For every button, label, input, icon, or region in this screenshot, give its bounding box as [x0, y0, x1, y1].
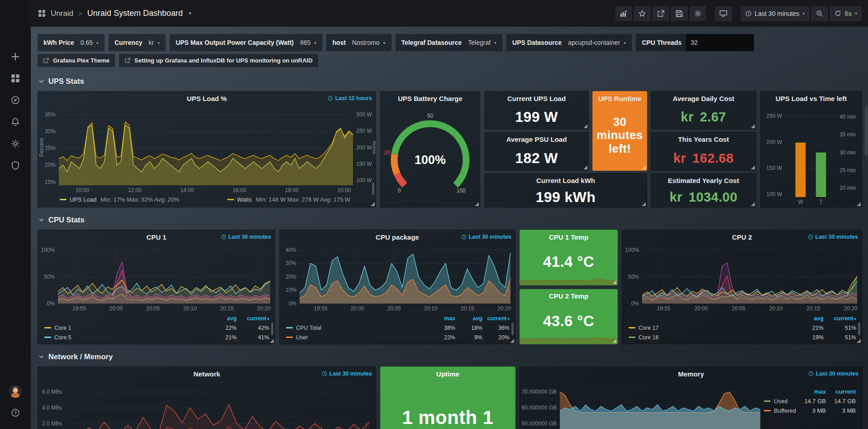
explore-compass-icon[interactable] [11, 96, 20, 105]
variable-ups-datasource[interactable]: UPS Datasource apcupsd-container▾ [506, 34, 632, 51]
panel-title[interactable]: Current Load kWh [536, 177, 595, 184]
legend-header-current[interactable]: current▾ [824, 315, 856, 322]
save-button[interactable] [671, 6, 687, 21]
panel-resize-handle[interactable] [270, 339, 274, 343]
legend-scrollbar[interactable] [271, 323, 273, 335]
link-ups-monitoring-guide[interactable]: Setting up Grafana and InfluxDB for UPS … [119, 54, 318, 67]
section-ups-stats[interactable]: UPS Stats [38, 75, 863, 87]
network-chart[interactable]: 6.0 MBs4.0 MBs2.0 MBs [38, 381, 376, 429]
dashboards-icon[interactable] [11, 74, 20, 83]
configuration-gear-icon[interactable] [11, 139, 20, 148]
legend-header-current[interactable]: current▾ [482, 315, 510, 322]
add-panel-button[interactable] [615, 6, 632, 21]
alerting-bell-icon[interactable] [11, 117, 20, 126]
legend-series[interactable]: Core 16 [639, 334, 791, 341]
panel-resize-handle[interactable] [857, 339, 861, 343]
legend-header-current[interactable]: current [826, 388, 856, 395]
panel-title[interactable]: This Years Cost [678, 135, 729, 143]
section-network-memory[interactable]: Network / Memory [38, 351, 863, 362]
link-grafana-plex-theme[interactable]: Grafana Plex Theme [38, 54, 115, 67]
refresh-interval-label[interactable]: 5s [844, 10, 852, 17]
legend-header-avg[interactable]: avg [455, 315, 482, 322]
variable-telegraf-datasource[interactable]: Telegraf Datasource Telegraf▾ [396, 34, 502, 51]
panel-title[interactable]: Average Daily Cost [672, 95, 734, 102]
panel-resize-handle[interactable] [751, 124, 755, 128]
legend-scrollbar[interactable] [372, 183, 374, 195]
panel-title[interactable]: Average PSU Load [506, 135, 567, 143]
panel-resize-handle[interactable] [583, 124, 587, 128]
panel-resize-handle[interactable] [857, 202, 861, 206]
legend-header-avg[interactable]: avg [791, 315, 824, 322]
cpu-package-chart[interactable]: 40%30%20%10%0%19:5520:0020:0520:1020:152… [280, 244, 515, 313]
svg-text:16:00: 16:00 [233, 187, 246, 193]
panel-title[interactable]: CPU package [376, 233, 419, 241]
panel-title[interactable]: UPS Runtime [598, 95, 641, 102]
variable-currency[interactable]: Currency kr▾ [109, 34, 166, 51]
add-icon[interactable] [11, 52, 20, 61]
time-range-picker[interactable]: Last 30 minutes ▾ [741, 6, 810, 21]
panel-title[interactable]: UPS Load vs Time left [776, 95, 847, 102]
panel-resize-handle[interactable] [510, 339, 514, 343]
panel-resize-handle[interactable] [751, 202, 755, 206]
legend-scrollbar[interactable] [858, 323, 860, 335]
refresh-button[interactable]: 5s ▾ [830, 6, 862, 21]
cpu-threads-input[interactable] [686, 34, 754, 51]
cpu1-chart[interactable]: 100%50%0%19:5520:0020:0520:1020:1520:20 [38, 244, 275, 313]
legend-series[interactable]: Used [774, 398, 796, 405]
panel-title[interactable]: Estimated Yearly Cost [668, 177, 739, 184]
panel-title[interactable]: UPS Battery Charge [398, 95, 463, 102]
legend-series[interactable]: CPU Total [296, 325, 428, 331]
zoom-out-button[interactable] [811, 6, 828, 21]
ups-load-time-bar-chart[interactable]: 250 W200 W150 W100 W40 min35 min30 min25… [761, 105, 862, 207]
legend-header-max[interactable]: max [796, 388, 826, 395]
panel-title[interactable]: Network [193, 370, 220, 378]
legend-header-max[interactable]: max [428, 315, 455, 322]
panel-resize-handle[interactable] [371, 202, 375, 206]
panel-title[interactable]: CPU 2 [732, 233, 752, 241]
legend-series[interactable]: UPS Load [70, 196, 96, 203]
panel-title[interactable]: CPU 2 Temp [549, 292, 588, 300]
dashboard-grid-icon[interactable] [38, 10, 46, 17]
panel-title[interactable]: UPS Load % [187, 95, 227, 102]
avatar[interactable] [9, 385, 22, 398]
legend-series[interactable]: Buffered [774, 407, 796, 414]
panel-resize-handle[interactable] [612, 280, 616, 284]
legend-series[interactable]: Watts [237, 196, 252, 203]
variable-kwh-price[interactable]: kWh Price 0.65▾ [38, 34, 105, 51]
legend-series[interactable]: Core 17 [639, 325, 791, 331]
memory-chart[interactable]: 70.000000 GB60.000000 GB50.000000 GB [520, 381, 764, 429]
panel-resize-handle[interactable] [475, 202, 479, 206]
grafana-logo[interactable] [0, 0, 31, 27]
panel-resize-handle[interactable] [583, 165, 587, 169]
dashboard-title[interactable]: Unraid System Dashboard [87, 9, 183, 18]
legend-header-current[interactable]: current▾ [237, 315, 269, 322]
panel-title[interactable]: Uptime [436, 370, 459, 378]
variable-ups-max-output[interactable]: UPS Max Output Power Capacity (Watt) 865… [170, 34, 322, 51]
panel-title[interactable]: Current UPS Load [507, 95, 566, 102]
help-icon[interactable] [11, 408, 20, 417]
legend-series[interactable]: User [296, 334, 428, 341]
tv-mode-button[interactable] [715, 6, 732, 21]
section-cpu-stats[interactable]: CPU Stats [38, 214, 863, 226]
ups-load-chart[interactable]: 35%30%25%20%15%300 W250 W200 W150 W100 W… [38, 105, 376, 195]
legend-series[interactable]: Core 5 [54, 334, 204, 341]
panel-resize-handle[interactable] [642, 165, 646, 169]
scrollbar-thumb[interactable] [865, 106, 868, 156]
panel-title[interactable]: Memory [678, 370, 704, 378]
legend-series[interactable]: Core 1 [54, 325, 204, 331]
panel-resize-handle[interactable] [751, 165, 755, 169]
breadcrumb-folder[interactable]: Unraid [51, 9, 73, 18]
cpu2-chart[interactable]: 100%50%0%19:5520:0020:0520:1020:1520:20 [622, 244, 862, 313]
star-button[interactable] [634, 6, 650, 21]
variable-host[interactable]: host Nostromo▾ [326, 34, 391, 51]
title-caret-icon[interactable]: ▾ [189, 10, 191, 16]
dashboard-settings-button[interactable] [690, 6, 706, 21]
panel-resize-handle[interactable] [612, 339, 616, 343]
panel-title[interactable]: CPU 1 [146, 233, 166, 241]
share-button[interactable] [653, 6, 669, 21]
server-admin-shield-icon[interactable] [11, 161, 20, 170]
panel-title[interactable]: CPU 1 Temp [549, 233, 588, 241]
legend-header-avg[interactable]: avg [204, 315, 237, 322]
panel-resize-handle[interactable] [642, 202, 646, 206]
legend-scrollbar[interactable] [511, 323, 514, 335]
